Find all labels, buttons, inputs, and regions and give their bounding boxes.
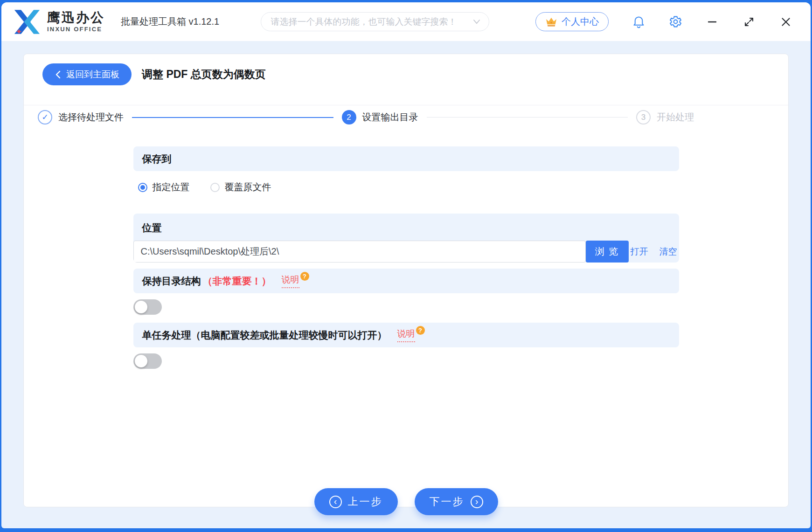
step-set-output: 2 设置输出目录 (342, 110, 418, 124)
single-task-title: 单任务处理（电脑配置较差或批量处理较慢时可以打开） (142, 329, 387, 342)
single-task-toggle[interactable] (133, 353, 162, 369)
chevron-down-icon[interactable] (473, 19, 480, 25)
output-path-input[interactable] (133, 241, 586, 263)
form-content: 保存到 指定位置 覆盖原文件 位置 (133, 146, 679, 377)
location-row: 浏 览 打开 清空 (133, 241, 679, 263)
open-folder-link[interactable]: 打开 (631, 246, 648, 258)
window-frame: 鹰迅办公 INXUN OFFICE 批量处理工具箱 v1.12.1 个人中心 (0, 0, 812, 532)
app-title: 批量处理工具箱 v1.12.1 (121, 15, 219, 28)
bell-icon (632, 15, 645, 28)
single-task-help-label: 说明 (397, 328, 415, 342)
back-to-dashboard-button[interactable]: 返回到主面板 (42, 63, 132, 85)
location-section: 位置 浏 览 打开 清空 (133, 214, 679, 263)
brand-subtitle: INXUN OFFICE (47, 26, 105, 33)
maximize-icon (743, 16, 755, 28)
radio-unselected-icon (210, 183, 220, 192)
step-indicator: ✓ 选择待处理文件 2 设置输出目录 3 开始处理 (24, 105, 708, 124)
question-mark-icon: ? (416, 326, 425, 335)
single-task-help-link[interactable]: 说明 ? (397, 328, 425, 342)
step-1-check-icon: ✓ (38, 110, 52, 124)
specify-location-radio[interactable]: 指定位置 (138, 181, 190, 193)
keep-structure-help-label: 说明 (282, 274, 299, 288)
settings-button[interactable] (668, 15, 682, 29)
step-3-number: 3 (636, 110, 651, 124)
search-input[interactable] (270, 16, 468, 28)
chevron-right-circle-icon: › (471, 496, 483, 508)
step-1-label: 选择待处理文件 (58, 111, 124, 124)
radio-selected-icon (138, 183, 147, 192)
minimize-button[interactable] (705, 15, 719, 29)
previous-step-label: 上一步 (348, 495, 383, 509)
browse-button[interactable]: 浏 览 (586, 241, 629, 263)
step-3-label: 开始处理 (657, 111, 694, 124)
crown-icon (545, 17, 557, 27)
step-connector-done (132, 117, 333, 118)
step-start-processing: 3 开始处理 (636, 110, 694, 124)
brand-block: 鹰迅办公 INXUN OFFICE (47, 11, 105, 32)
save-to-options: 指定位置 覆盖原文件 (133, 171, 679, 193)
notifications-button[interactable] (632, 15, 645, 29)
overwrite-original-radio[interactable]: 覆盖原文件 (210, 181, 271, 193)
overwrite-original-label: 覆盖原文件 (225, 181, 271, 193)
function-search[interactable] (261, 12, 489, 31)
step-connector-pending (427, 117, 628, 117)
app-window: 鹰迅办公 INXUN OFFICE 批量处理工具箱 v1.12.1 个人中心 (1, 2, 811, 528)
maximize-button[interactable] (742, 15, 756, 29)
title-bar: 鹰迅办公 INXUN OFFICE 批量处理工具箱 v1.12.1 个人中心 (1, 2, 811, 41)
question-mark-icon: ? (300, 272, 309, 281)
keep-structure-toggle[interactable] (133, 299, 162, 315)
save-to-section-header: 保存到 (133, 146, 679, 171)
user-center-label: 个人中心 (562, 15, 599, 28)
minimize-icon (707, 17, 717, 27)
close-button[interactable] (779, 15, 793, 29)
keep-structure-help-link[interactable]: 说明 ? (282, 274, 309, 288)
app-logo-icon (12, 7, 42, 36)
step-2-number: 2 (342, 110, 356, 124)
chevron-left-icon (55, 70, 61, 79)
previous-step-button[interactable]: ‹ 上一步 (314, 488, 398, 515)
gear-icon (669, 15, 682, 28)
single-task-toggle-row (133, 347, 679, 377)
keep-structure-warning: （非常重要！） (203, 275, 271, 288)
keep-structure-section-header: 保持目录结构 （非常重要！） 说明 ? (133, 269, 679, 293)
brand-name: 鹰迅办公 (47, 11, 105, 24)
keep-structure-title: 保持目录结构 (142, 275, 201, 288)
toggle-knob (135, 301, 147, 313)
keep-structure-toggle-row (133, 293, 679, 323)
page-title: 调整 PDF 总页数为偶数页 (142, 67, 266, 82)
toggle-knob (135, 355, 147, 367)
next-step-button[interactable]: 下一步 › (415, 488, 498, 515)
clear-path-link[interactable]: 清空 (659, 246, 677, 258)
back-button-label: 返回到主面板 (66, 69, 119, 81)
wizard-card: 返回到主面板 调整 PDF 总页数为偶数页 ✓ 选择待处理文件 2 设置输出目录 (23, 54, 789, 507)
location-links: 打开 清空 (629, 241, 679, 263)
wizard-footer: ‹ 上一步 下一步 › (24, 488, 788, 515)
specify-location-label: 指定位置 (153, 181, 190, 193)
chevron-left-circle-icon: ‹ (329, 496, 342, 508)
main-area: 返回到主面板 调整 PDF 总页数为偶数页 ✓ 选择待处理文件 2 设置输出目录 (1, 41, 811, 528)
step-select-files: ✓ 选择待处理文件 (38, 110, 124, 124)
location-title: 位置 (133, 214, 679, 241)
user-center-button[interactable]: 个人中心 (535, 12, 609, 31)
step-2-label: 设置输出目录 (362, 111, 418, 124)
single-task-section-header: 单任务处理（电脑配置较差或批量处理较慢时可以打开） 说明 ? (133, 323, 679, 347)
next-step-label: 下一步 (430, 495, 465, 509)
close-icon (780, 16, 791, 28)
save-to-title: 保存到 (142, 152, 172, 166)
card-header: 返回到主面板 调整 PDF 总页数为偶数页 (24, 54, 788, 105)
